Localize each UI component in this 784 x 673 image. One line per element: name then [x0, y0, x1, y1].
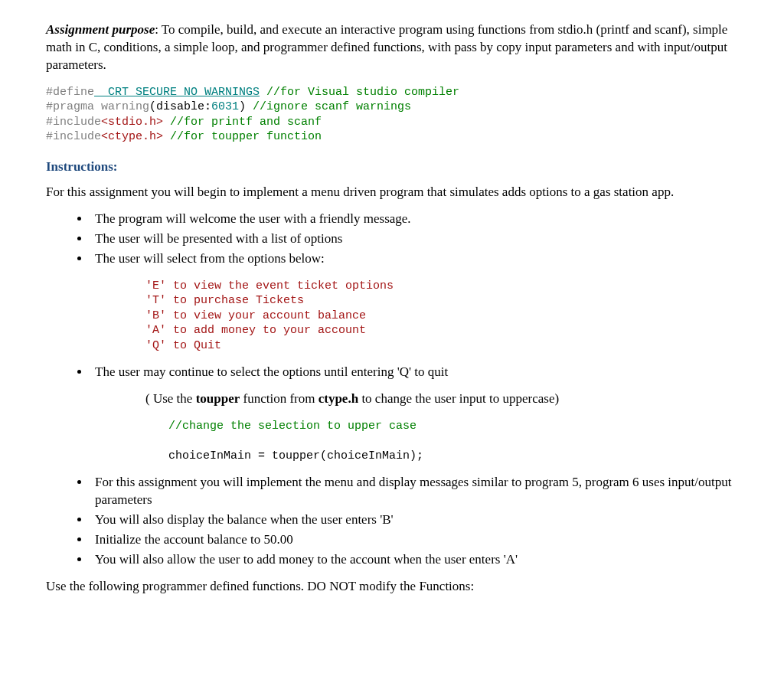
toupper-code-block: //change the selection to upper case cho…	[168, 419, 738, 464]
ctype-bold: ctype.h	[318, 391, 358, 406]
instructions-heading: Instructions:	[46, 158, 738, 176]
footer-text: Use the following programmer defined fun…	[46, 578, 738, 596]
list-item: The user may continue to select the opti…	[90, 364, 738, 381]
code-stdio-comment: //for printf and scanf	[163, 116, 322, 129]
code-pragma-args: (disable:	[149, 100, 211, 113]
top-code-block: #define _CRT_SECURE_NO_WARNINGS //for Vi…	[46, 85, 738, 145]
assignment-purpose: Assignment purpose: To compile, build, a…	[46, 21, 738, 74]
code-pragma-close: )	[239, 100, 246, 113]
list-item: For this assignment you will implement t…	[90, 474, 738, 509]
toupper-mid: function from	[240, 391, 318, 406]
toupper-comment: //change the selection to upper case	[168, 420, 416, 433]
intro-paragraph: For this assignment you will begin to im…	[46, 184, 738, 201]
toupper-bold: toupper	[196, 391, 240, 406]
bottom-bullet-list: For this assignment you will implement t…	[46, 474, 738, 569]
list-item: You will also allow the user to add mone…	[90, 551, 738, 569]
code-define: #define	[46, 86, 94, 99]
list-item: Initialize the account balance to 50.00	[90, 531, 738, 549]
code-pragma: #pragma warning	[46, 100, 149, 113]
code-include2: #include	[46, 130, 101, 143]
toupper-suffix: to change the user input to uppercase)	[358, 391, 559, 406]
menu-line-3: 'B' to view your account balance	[145, 309, 366, 322]
menu-line-4: 'A' to add money to your account	[145, 324, 366, 337]
toupper-note: ( Use the toupper function from ctype.h …	[145, 390, 738, 408]
code-stdio: <stdio.h>	[101, 116, 163, 129]
menu-line-1: 'E' to view the event ticket options	[145, 279, 394, 292]
code-ctype: <ctype.h>	[101, 130, 163, 143]
code-pragma-comment: //ignore scanf warnings	[246, 100, 411, 113]
code-include1: #include	[46, 116, 101, 129]
code-crt-comment: //for Visual studio compiler	[260, 86, 459, 99]
list-item: The user will select from the options be…	[90, 250, 738, 268]
continue-bullet-list: The user may continue to select the opti…	[46, 364, 738, 381]
code-ctype-comment: //for toupper function	[163, 130, 322, 143]
list-item: You will also display the balance when t…	[90, 511, 738, 529]
code-crt: _CRT_SECURE_NO_WARNINGS	[94, 86, 260, 99]
menu-line-2: 'T' to purchase Tickets	[145, 294, 304, 307]
menu-code-block: 'E' to view the event ticket options 'T'…	[145, 279, 738, 354]
toupper-line: choiceInMain = toupper(choiceInMain);	[168, 449, 423, 462]
list-item: The program will welcome the user with a…	[90, 211, 738, 228]
top-bullet-list: The program will welcome the user with a…	[46, 211, 738, 268]
purpose-label: Assignment purpose	[46, 22, 155, 37]
code-pragma-num: 6031	[211, 100, 239, 113]
toupper-prefix: ( Use the	[145, 391, 196, 406]
list-item: The user will be presented with a list o…	[90, 230, 738, 248]
menu-line-5: 'Q' to Quit	[145, 339, 221, 352]
